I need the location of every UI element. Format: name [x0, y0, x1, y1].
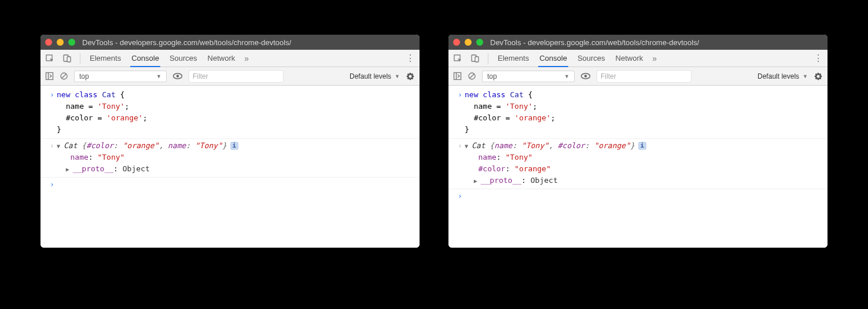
empty-prompt[interactable] — [57, 179, 61, 190]
tab-console[interactable]: Console — [130, 50, 160, 67]
tab-label: Sources — [578, 54, 605, 62]
code-input: new class Cat { name = 'Tony'; #color = … — [465, 89, 556, 136]
close-icon[interactable] — [45, 39, 52, 46]
zoom-icon[interactable] — [68, 39, 75, 46]
object-output: Cat {#color: "orange", name: "Tony"}i na… — [57, 140, 238, 175]
disclosure-triangle-icon[interactable] — [57, 140, 64, 152]
disclosure-triangle-icon[interactable] — [465, 140, 472, 152]
console-prompt-row[interactable]: › — [41, 178, 420, 193]
info-badge-icon[interactable]: i — [638, 142, 646, 150]
svg-rect-2 — [67, 57, 71, 62]
input-prompt-icon: › — [455, 190, 465, 202]
console-prompt-row[interactable]: › — [448, 189, 827, 204]
tab-label: Elements — [498, 54, 529, 62]
inspect-icon[interactable] — [453, 54, 462, 63]
object-output: Cat {name: "Tony", #color: "orange"}i na… — [465, 140, 646, 187]
live-expression-icon[interactable] — [172, 72, 183, 80]
tab-elements[interactable]: Elements — [89, 50, 122, 67]
tab-elements[interactable]: Elements — [496, 50, 530, 67]
sidebar-toggle-icon[interactable] — [453, 72, 462, 80]
sidebar-toggle-icon[interactable] — [45, 72, 54, 80]
log-levels-selector[interactable]: Default levels ▼ — [350, 72, 400, 80]
overflow-tabs-icon[interactable]: » — [244, 54, 249, 63]
tab-label: Elements — [90, 54, 121, 62]
log-levels-selector[interactable]: Default levels ▼ — [757, 72, 808, 80]
info-badge-icon[interactable]: i — [230, 142, 238, 150]
svg-rect-11 — [475, 57, 479, 62]
output-arrow-icon: ‹ — [47, 140, 57, 175]
device-toggle-icon[interactable] — [62, 54, 72, 63]
input-prompt-icon: › — [455, 89, 465, 136]
tabbar: Elements Console Sources Network » ⋮ — [41, 50, 420, 67]
minimize-icon[interactable] — [57, 39, 64, 46]
console-input-row[interactable]: › new class Cat { name = 'Tony'; #color … — [41, 88, 420, 139]
chevron-down-icon: ▼ — [156, 73, 161, 79]
filter-input[interactable] — [597, 70, 692, 83]
console-output: › new class Cat { name = 'Tony'; #color … — [41, 86, 420, 248]
traffic-lights — [453, 39, 483, 46]
disclosure-triangle-icon[interactable] — [66, 163, 73, 175]
tab-console[interactable]: Console — [538, 50, 568, 67]
titlebar[interactable]: DevTools - developers.google.com/web/too… — [41, 35, 420, 50]
chevron-down-icon: ▼ — [564, 73, 569, 79]
console-output-row[interactable]: ‹ Cat {#color: "orange", name: "Tony"}i … — [41, 139, 420, 178]
window-title: DevTools - developers.google.com/web/too… — [490, 38, 699, 47]
context-selector[interactable]: top ▼ — [482, 71, 575, 82]
svg-point-8 — [176, 75, 179, 78]
levels-label: Default levels — [757, 72, 799, 80]
tab-label: Network — [208, 54, 236, 62]
console-toolbar: top ▼ Default levels ▼ — [448, 67, 827, 86]
tab-label: Console — [539, 54, 567, 62]
devtools-window-left: DevTools - developers.google.com/web/too… — [41, 35, 420, 248]
tab-label: Sources — [170, 54, 197, 62]
context-value: top — [79, 72, 89, 80]
console-output: › new class Cat { name = 'Tony'; #color … — [448, 86, 827, 248]
minimize-icon[interactable] — [465, 39, 472, 46]
svg-line-6 — [62, 74, 67, 79]
window-title: DevTools - developers.google.com/web/too… — [82, 38, 291, 47]
svg-line-15 — [470, 74, 475, 79]
svg-point-17 — [584, 75, 587, 78]
console-input-row[interactable]: › new class Cat { name = 'Tony'; #color … — [448, 88, 827, 139]
clear-console-icon[interactable] — [468, 72, 476, 80]
disclosure-triangle-icon[interactable] — [474, 175, 481, 186]
input-prompt-icon: › — [47, 179, 57, 190]
levels-label: Default levels — [350, 72, 391, 80]
overflow-tabs-icon[interactable]: » — [652, 54, 657, 63]
titlebar[interactable]: DevTools - developers.google.com/web/too… — [448, 35, 827, 50]
tab-network[interactable]: Network — [615, 50, 645, 67]
live-expression-icon[interactable] — [580, 72, 591, 80]
tabbar: Elements Console Sources Network » ⋮ — [448, 50, 827, 67]
device-toggle-icon[interactable] — [470, 54, 480, 63]
console-toolbar: top ▼ Default levels ▼ — [41, 67, 420, 86]
tab-sources[interactable]: Sources — [576, 50, 606, 67]
inspect-icon[interactable] — [45, 54, 54, 63]
context-value: top — [487, 72, 497, 80]
filter-input[interactable] — [189, 70, 284, 83]
devtools-window-right: DevTools - developers.google.com/web/too… — [448, 35, 827, 248]
traffic-lights — [45, 39, 75, 46]
clear-console-icon[interactable] — [60, 72, 68, 80]
settings-gear-icon[interactable] — [814, 72, 823, 81]
code-input: new class Cat { name = 'Tony'; #color = … — [57, 89, 148, 136]
console-output-row[interactable]: ‹ Cat {name: "Tony", #color: "orange"}i … — [448, 139, 827, 190]
kebab-menu-icon[interactable]: ⋮ — [814, 53, 823, 64]
settings-gear-icon[interactable] — [406, 72, 415, 81]
tab-label: Console — [131, 54, 159, 62]
zoom-icon[interactable] — [476, 39, 483, 46]
tab-network[interactable]: Network — [207, 50, 237, 67]
empty-prompt[interactable] — [465, 190, 469, 202]
kebab-menu-icon[interactable]: ⋮ — [406, 53, 415, 64]
close-icon[interactable] — [453, 39, 460, 46]
output-arrow-icon: ‹ — [455, 140, 465, 187]
tab-label: Network — [616, 54, 643, 62]
context-selector[interactable]: top ▼ — [74, 71, 167, 82]
input-prompt-icon: › — [47, 89, 57, 136]
chevron-down-icon: ▼ — [395, 73, 400, 79]
chevron-down-icon: ▼ — [803, 73, 808, 79]
tab-sources[interactable]: Sources — [168, 50, 198, 67]
